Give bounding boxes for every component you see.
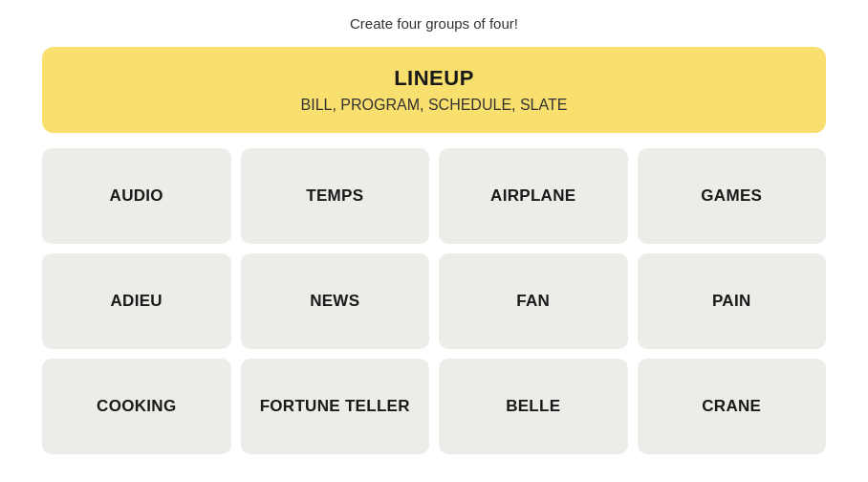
grid-cell[interactable]: COOKING [42,359,231,454]
grid-cell-label: FAN [516,291,550,312]
grid-cell-label: TEMPS [306,186,363,207]
grid-cell-label: BELLE [506,396,560,417]
grid-cell[interactable]: CRANE [638,359,827,454]
grid-cell[interactable]: PAIN [638,253,827,349]
lineup-banner: LINEUP BILL, PROGRAM, SCHEDULE, SLATE [42,47,826,133]
grid-cell[interactable]: GAMES [638,148,827,244]
grid-cell[interactable]: BELLE [439,359,628,454]
grid-cell[interactable]: AUDIO [42,148,231,244]
grid-cell[interactable]: ADIEU [42,253,231,349]
grid-cell-label: NEWS [310,291,359,312]
grid-cell[interactable]: TEMPS [241,148,430,244]
grid-cell[interactable]: FAN [439,253,628,349]
grid-cell-label: PAIN [712,291,751,312]
grid-cell-label: CRANE [702,396,761,417]
grid-cell-label: ADIEU [111,291,163,312]
word-grid: AUDIOTEMPSAIRPLANEGAMESADIEUNEWSFANPAINC… [42,148,826,454]
grid-cell-label: AIRPLANE [490,186,575,207]
grid-cell-label: AUDIO [110,186,163,207]
subtitle: Create four groups of four! [350,15,518,32]
grid-cell-label: GAMES [701,186,762,207]
lineup-words: BILL, PROGRAM, SCHEDULE, SLATE [80,97,788,114]
grid-cell[interactable]: FORTUNE TELLER [241,359,430,454]
grid-cell[interactable]: NEWS [241,253,430,349]
grid-cell-label: COOKING [97,396,176,417]
grid-cell-label: FORTUNE TELLER [260,396,410,417]
grid-cell[interactable]: AIRPLANE [439,148,628,244]
lineup-title: LINEUP [80,66,788,91]
